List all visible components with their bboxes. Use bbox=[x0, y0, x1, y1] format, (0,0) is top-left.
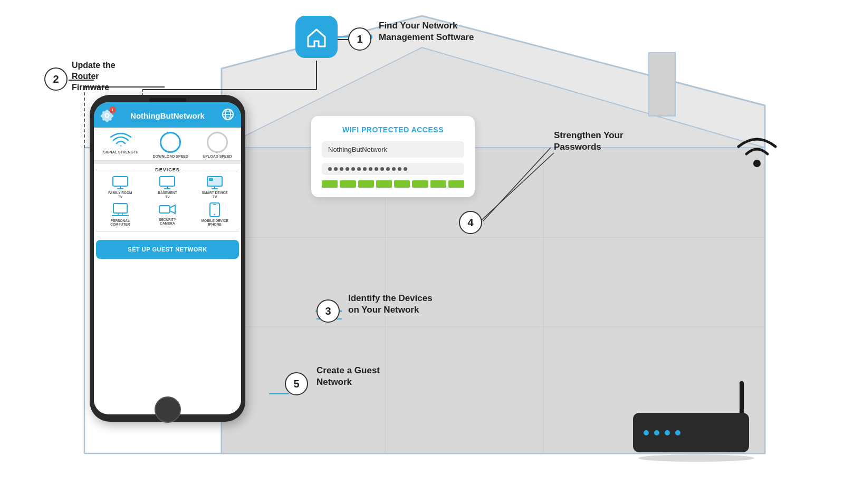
camera-icon bbox=[159, 202, 176, 216]
home-icon bbox=[304, 24, 329, 50]
upload-speed: UPLOAD SPEED bbox=[203, 132, 232, 158]
tv-icon-2 bbox=[159, 176, 176, 189]
device-label-2: BASEMENTTV bbox=[158, 191, 177, 199]
phone: 1 NothingButNetwork bbox=[90, 95, 245, 422]
app-title: NothingButNetwork bbox=[114, 111, 221, 120]
step-5-circle: 5 bbox=[285, 372, 308, 395]
router-led-3 bbox=[665, 430, 670, 435]
svg-marker-42 bbox=[170, 205, 175, 214]
phone-home-button[interactable] bbox=[155, 396, 181, 423]
wpa-title: WIFI PROTECTED ACCESS bbox=[322, 125, 464, 134]
device-phone: MOBILE DEVICEIPHONE bbox=[193, 202, 237, 227]
wifi-arc-icon bbox=[733, 127, 781, 171]
device-basement-tv: BASEMENTTV bbox=[146, 176, 190, 199]
download-label: DOWNLOAD SPEED bbox=[152, 154, 188, 158]
divider bbox=[96, 231, 239, 231]
tv-icon bbox=[112, 176, 129, 189]
device-smart-tv: SMART DEVICETV bbox=[193, 176, 237, 199]
speed-row: SIGNAL STRENGTH DOWNLOAD SPEED UPLOAD SP… bbox=[94, 128, 241, 161]
mobile-icon bbox=[209, 202, 220, 217]
svg-rect-17 bbox=[649, 53, 675, 116]
smart-tv-icon bbox=[206, 176, 223, 189]
step-1-circle: 1 bbox=[348, 27, 371, 51]
step-2-circle: 2 bbox=[44, 67, 68, 91]
step-3-label: Identify the Deviceson Your Network bbox=[348, 293, 433, 316]
router bbox=[633, 413, 760, 462]
gear-icon: 1 bbox=[100, 109, 114, 122]
wifi-signal-icon bbox=[110, 132, 131, 149]
svg-point-44 bbox=[214, 214, 216, 215]
devices-grid: FAMILY ROOMTV BASEMENTTV bbox=[96, 176, 239, 227]
wifi-strength-icon bbox=[733, 127, 781, 169]
signal-label: SIGNAL STRENGTH bbox=[103, 150, 139, 154]
wpa-card: WIFI PROTECTED ACCESS bbox=[311, 116, 475, 197]
globe-icon bbox=[221, 108, 235, 123]
device-label-5: SECURITYCAMERA bbox=[159, 218, 176, 226]
router-led-2 bbox=[654, 430, 659, 435]
signal-strength: SIGNAL STRENGTH bbox=[103, 132, 139, 158]
router-assembly bbox=[633, 413, 760, 462]
download-speed: DOWNLOAD SPEED bbox=[152, 132, 188, 158]
step-5-label: Create a GuestNetwork bbox=[316, 365, 380, 388]
router-led-1 bbox=[644, 430, 649, 435]
svg-rect-1 bbox=[222, 148, 765, 453]
svg-rect-26 bbox=[113, 177, 128, 186]
svg-rect-41 bbox=[159, 206, 170, 213]
router-body bbox=[633, 413, 749, 452]
devices-section: DEVICES FAMILY ROOMTV bbox=[94, 164, 241, 414]
phone-body: 1 NothingButNetwork bbox=[90, 95, 245, 422]
download-gauge bbox=[160, 132, 181, 153]
laptop-icon bbox=[112, 202, 129, 217]
step-4-label: Strengthen YourPasswords bbox=[554, 130, 624, 153]
upload-gauge bbox=[207, 132, 228, 153]
app-header: 1 NothingButNetwork bbox=[94, 102, 241, 128]
app-screen: 1 NothingButNetwork bbox=[94, 102, 241, 414]
home-icon-box bbox=[295, 16, 338, 58]
device-computer: PERSONALCOMPUTER bbox=[98, 202, 142, 227]
device-camera: SECURITYCAMERA bbox=[146, 202, 190, 227]
device-label-6: MOBILE DEVICEIPHONE bbox=[202, 219, 228, 227]
password-field bbox=[322, 163, 464, 175]
svg-point-46 bbox=[753, 160, 761, 167]
password-strength-bar bbox=[322, 180, 464, 188]
svg-rect-32 bbox=[207, 177, 222, 186]
device-label-3: SMART DEVICETV bbox=[202, 191, 228, 199]
device-family-room-tv: FAMILY ROOMTV bbox=[98, 176, 142, 199]
step-3-circle: 3 bbox=[316, 299, 340, 323]
svg-rect-34 bbox=[209, 178, 213, 181]
device-label-4: PERSONALCOMPUTER bbox=[110, 219, 130, 227]
phone-screen: 1 NothingButNetwork bbox=[94, 102, 241, 414]
guest-network-button[interactable]: SET UP GUEST NETWORK bbox=[96, 240, 239, 259]
network-name-input[interactable] bbox=[322, 141, 464, 158]
router-shadow bbox=[638, 454, 754, 462]
step-4-circle: 4 bbox=[459, 211, 482, 234]
step-2-label: Update theRouterFirmware bbox=[72, 60, 116, 93]
notification-badge: 1 bbox=[109, 106, 116, 113]
upload-label: UPLOAD SPEED bbox=[203, 154, 232, 158]
svg-rect-29 bbox=[160, 177, 175, 186]
phone-notch bbox=[149, 98, 186, 102]
step-1-label: Find Your NetworkManagement Software bbox=[379, 20, 474, 43]
router-led-4 bbox=[675, 430, 680, 435]
devices-title: DEVICES bbox=[96, 167, 239, 172]
router-antenna bbox=[740, 381, 744, 413]
svg-rect-37 bbox=[113, 203, 127, 213]
device-label: FAMILY ROOMTV bbox=[108, 191, 132, 199]
